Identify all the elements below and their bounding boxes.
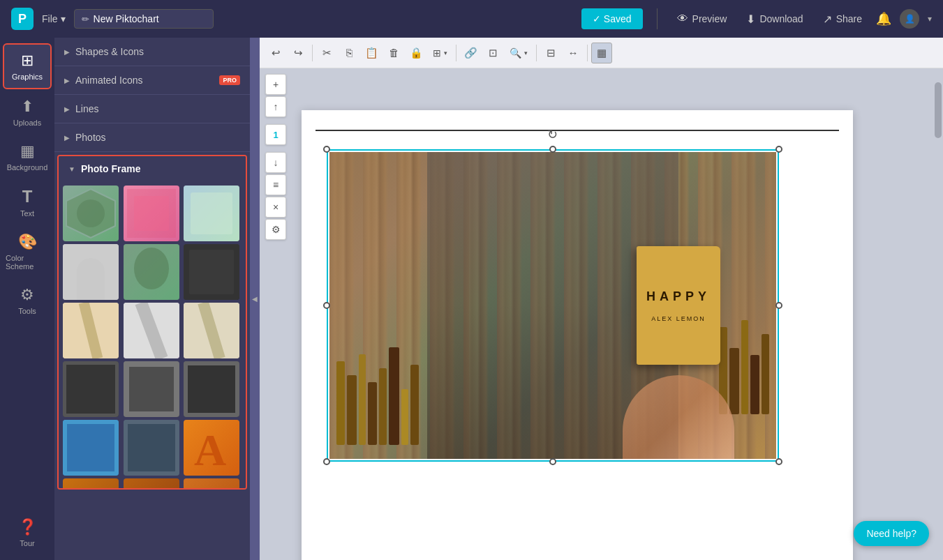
sidebar-item-uploads[interactable]: ⬆ Uploads <box>3 91 52 134</box>
animated-icons-section: ▶ Animated Icons PRO <box>54 66 250 95</box>
frame-thumb-18[interactable] <box>184 478 239 488</box>
animated-icons-chevron: ▶ <box>64 77 70 84</box>
sidebar-item-tour[interactable]: ❓ Tour <box>3 511 52 554</box>
handle-top-right[interactable] <box>775 146 782 153</box>
share-button[interactable]: ↗ Share <box>817 9 868 29</box>
canvas-area: + ↑ 1 ↓ ≡ × ⚙ <box>260 68 943 560</box>
sidebar-item-background[interactable]: ▦ Background <box>3 135 52 179</box>
svg-rect-26 <box>128 424 175 471</box>
frame-thumb-12[interactable] <box>184 361 239 417</box>
saved-button[interactable]: ✓ Saved <box>581 8 643 29</box>
photo-frame-section: ▼ Photo Frame <box>57 155 247 490</box>
collapse-handle[interactable]: ◀ <box>250 38 260 560</box>
lines-section: ▶ Lines <box>54 95 250 123</box>
frame-thumb-5[interactable] <box>124 244 179 300</box>
lines-header[interactable]: ▶ Lines <box>54 95 250 123</box>
file-menu[interactable]: File ▾ <box>42 13 66 24</box>
scrollbar-thumb[interactable] <box>935 82 942 138</box>
align-button[interactable]: ⊟ <box>540 43 561 63</box>
frame-thumb-13[interactable] <box>63 420 119 476</box>
select-button[interactable]: ▦ <box>591 43 612 63</box>
frame-thumb-14[interactable] <box>124 420 179 476</box>
page-settings-button[interactable]: ⚙ <box>265 219 286 240</box>
rotate-handle[interactable]: ↻ <box>547 127 558 142</box>
svg-rect-24 <box>67 424 114 471</box>
svg-rect-20 <box>129 367 174 411</box>
frame-thumb-2[interactable] <box>124 186 179 241</box>
title-input[interactable]: ✏ New Piktochart <box>74 9 214 29</box>
tools-icon: ⚙ <box>20 286 34 304</box>
handle-bottom-middle[interactable] <box>549 458 556 465</box>
svg-rect-22 <box>188 365 235 413</box>
paste-button[interactable]: 📋 <box>361 43 382 63</box>
sidebar-item-color-scheme[interactable]: 🎨 Color Scheme <box>3 226 52 278</box>
undo-button[interactable]: ↩ <box>265 43 286 63</box>
frame-thumb-7[interactable] <box>63 303 119 358</box>
photos-header[interactable]: ▶ Photos <box>54 123 250 151</box>
frame-thumb-11[interactable] <box>124 361 179 417</box>
frame-thumb-1[interactable] <box>63 186 119 241</box>
frame-thumb-8[interactable] <box>124 303 179 358</box>
frame-thumb-9[interactable] <box>184 303 239 358</box>
text-icon: T <box>22 187 33 206</box>
grid-dropdown[interactable]: ⊞ ▾ <box>428 43 452 63</box>
selected-image-container[interactable]: HAPPY ALEX LEMON ↻ <box>329 152 776 459</box>
frame-thumb-6[interactable] <box>184 244 239 300</box>
svg-text:A: A <box>194 425 226 475</box>
copy-button[interactable]: ⎘ <box>339 43 359 63</box>
sidebar-item-graphics[interactable]: ⊞ Graphics <box>3 43 52 89</box>
remove-page-button[interactable]: × <box>265 197 286 218</box>
notifications-bell[interactable]: 🔔 <box>876 11 891 27</box>
handle-top-left[interactable] <box>323 146 330 153</box>
redo-button[interactable]: ↪ <box>288 43 309 63</box>
cut-button[interactable]: ✂ <box>316 43 337 63</box>
delete-button[interactable]: 🗑 <box>383 43 404 63</box>
download-button[interactable]: ⬇ Download <box>741 9 808 29</box>
color-scheme-icon: 🎨 <box>18 233 37 251</box>
background-icon: ▦ <box>20 142 35 160</box>
add-page-button[interactable]: + <box>265 74 286 95</box>
move-down-button[interactable]: ↓ <box>265 152 286 173</box>
frame-thumb-17[interactable] <box>124 478 179 488</box>
topbar-divider <box>657 8 658 29</box>
book-title: HAPPY <box>646 289 711 304</box>
grid-icon: ⊞ <box>433 47 441 59</box>
preview-button[interactable]: 👁 Preview <box>671 9 733 29</box>
crop-button[interactable]: ⊡ <box>482 43 503 63</box>
scrollbar-track[interactable] <box>933 68 943 560</box>
handle-top-middle[interactable] <box>549 146 556 153</box>
zoom-dropdown[interactable]: 🔍 ▾ <box>505 43 533 63</box>
lines-chevron: ▶ <box>64 105 70 113</box>
photo-frame-header[interactable]: ▼ Photo Frame <box>59 156 246 181</box>
sidebar-item-text[interactable]: T Text <box>3 180 52 225</box>
align-tool-button[interactable]: ≡ <box>265 174 286 195</box>
handle-middle-right[interactable] <box>775 302 782 309</box>
svg-rect-5 <box>191 192 232 234</box>
link-button[interactable]: 🔗 <box>460 43 481 63</box>
frame-thumb-15[interactable]: A <box>184 420 239 476</box>
move-up-button[interactable]: ↑ <box>265 96 286 117</box>
shapes-icons-section: ▶ Shapes & Icons <box>54 38 250 66</box>
page-number: 1 <box>265 124 286 145</box>
toolbar-sep-2 <box>456 45 456 61</box>
lock-button[interactable]: 🔒 <box>406 43 426 63</box>
frame-thumb-4[interactable] <box>63 244 119 300</box>
handle-middle-left[interactable] <box>323 302 330 309</box>
frame-thumb-16[interactable] <box>63 478 119 488</box>
main-layout: ⊞ Graphics ⬆ Uploads ▦ Background T Text… <box>0 38 943 560</box>
handle-bottom-left[interactable] <box>323 458 330 465</box>
svg-point-8 <box>134 248 169 289</box>
sidebar-item-tools[interactable]: ⚙ Tools <box>3 279 52 322</box>
download-icon: ⬇ <box>746 13 755 26</box>
animated-icons-header[interactable]: ▶ Animated Icons PRO <box>54 66 250 94</box>
user-avatar[interactable]: 👤 <box>900 9 919 29</box>
frame-thumb-10[interactable] <box>63 361 119 417</box>
avatar-chevron[interactable]: ▾ <box>928 14 932 24</box>
frame-thumb-3[interactable] <box>184 186 239 241</box>
toolbar: ↩ ↪ ✂ ⎘ 📋 🗑 🔒 ⊞ ▾ 🔗 ⊡ 🔍 ▾ ⊟ ↔ ▦ <box>260 38 943 68</box>
handle-bottom-right[interactable] <box>775 458 782 465</box>
shapes-icons-header[interactable]: ▶ Shapes & Icons <box>54 38 250 66</box>
flip-button[interactable]: ↔ <box>563 43 584 63</box>
book-author: ALEX LEMON <box>651 315 706 322</box>
need-help-button[interactable]: Need help? <box>854 521 929 546</box>
